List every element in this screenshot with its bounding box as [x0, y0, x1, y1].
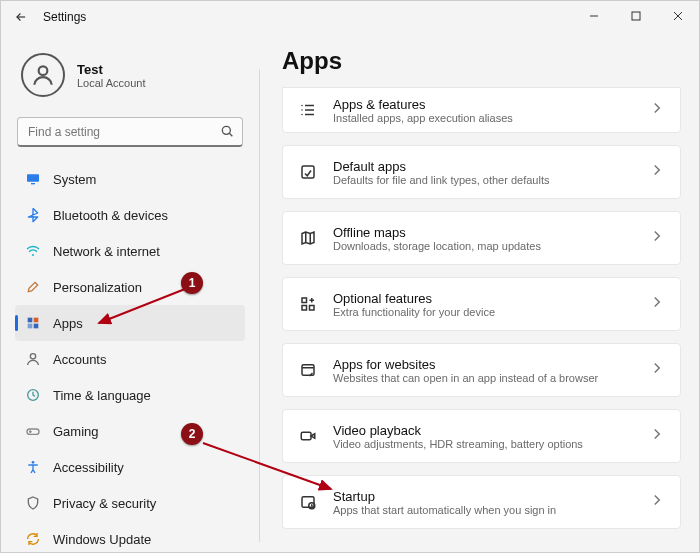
card-default-apps[interactable]: Default appsDefaults for file and link t… [282, 145, 681, 199]
chevron-right-icon [648, 491, 666, 513]
web-app-icon [297, 361, 319, 379]
svg-point-9 [32, 254, 34, 256]
display-icon [25, 170, 41, 188]
sidebar-item-apps[interactable]: Apps [15, 305, 245, 341]
card-title: Video playback [333, 423, 634, 438]
nav-list: SystemBluetooth & devicesNetwork & inter… [15, 161, 245, 552]
back-button[interactable] [9, 5, 33, 29]
card-subtitle: Websites that can open in an app instead… [333, 372, 634, 384]
svg-point-24 [301, 109, 303, 111]
apps-icon [25, 314, 41, 332]
map-icon [297, 229, 319, 247]
svg-point-5 [222, 126, 230, 134]
svg-line-6 [229, 133, 232, 136]
default-apps-icon [297, 163, 319, 181]
chevron-right-icon [648, 293, 666, 315]
svg-rect-13 [34, 324, 39, 329]
card-title: Apps for websites [333, 357, 634, 372]
sidebar-item-gaming[interactable]: Gaming [15, 413, 245, 449]
card-title: Offline maps [333, 225, 634, 240]
annotation-marker-1: 1 [181, 272, 203, 294]
sidebar-item-accounts[interactable]: Accounts [15, 341, 245, 377]
svg-point-19 [32, 461, 35, 464]
card-startup[interactable]: StartupApps that start automatically whe… [282, 475, 681, 529]
sidebar-item-accessibility[interactable]: Accessibility [15, 449, 245, 485]
cards-list: Apps & featuresInstalled apps, app execu… [282, 87, 681, 529]
svg-rect-26 [302, 166, 314, 178]
svg-point-23 [301, 105, 303, 107]
sidebar-item-label: Accounts [53, 352, 106, 367]
sidebar-item-label: Network & internet [53, 244, 160, 259]
gamepad-icon [25, 422, 41, 440]
sidebar-item-label: Gaming [53, 424, 99, 439]
chevron-right-icon [648, 227, 666, 249]
update-icon [25, 530, 41, 548]
chevron-right-icon [648, 99, 666, 121]
svg-rect-11 [34, 318, 39, 323]
search-input[interactable] [17, 117, 243, 147]
card-subtitle: Defaults for file and link types, other … [333, 174, 634, 186]
account-block[interactable]: Test Local Account [15, 41, 245, 111]
sidebar-item-time[interactable]: Time & language [15, 377, 245, 413]
video-icon [297, 427, 319, 445]
card-apps-for-websites[interactable]: Apps for websitesWebsites that can open … [282, 343, 681, 397]
person-icon [25, 350, 41, 368]
sidebar-item-update[interactable]: Windows Update [15, 521, 245, 552]
chevron-right-icon [648, 359, 666, 381]
card-subtitle: Extra functionality for your device [333, 306, 634, 318]
maximize-button[interactable] [615, 1, 657, 31]
sidebar-item-label: Time & language [53, 388, 151, 403]
sidebar-item-system[interactable]: System [15, 161, 245, 197]
shield-icon [25, 494, 41, 512]
sidebar-item-personalization[interactable]: Personalization [15, 269, 245, 305]
account-name: Test [77, 62, 146, 77]
sidebar: Test Local Account SystemBluetooth & dev… [1, 33, 259, 552]
close-button[interactable] [657, 1, 699, 31]
svg-rect-10 [28, 318, 33, 323]
globe-clock-icon [25, 386, 41, 404]
card-text: Default appsDefaults for file and link t… [333, 159, 634, 186]
svg-point-25 [301, 114, 303, 116]
annotation-marker-2: 2 [181, 423, 203, 445]
svg-rect-16 [27, 429, 39, 434]
settings-window: Settings Test Local Account [0, 0, 700, 553]
svg-rect-30 [302, 306, 307, 311]
card-text: Offline mapsDownloads, storage location,… [333, 225, 634, 252]
search-wrap [17, 117, 243, 147]
brush-icon [25, 278, 41, 296]
card-subtitle: Installed apps, app execution aliases [333, 112, 634, 124]
accessibility-icon [25, 458, 41, 476]
sidebar-item-label: Personalization [53, 280, 142, 295]
card-offline-maps[interactable]: Offline mapsDownloads, storage location,… [282, 211, 681, 265]
card-optional-features[interactable]: Optional featuresExtra functionality for… [282, 277, 681, 331]
sidebar-item-privacy[interactable]: Privacy & security [15, 485, 245, 521]
minimize-button[interactable] [573, 1, 615, 31]
card-text: StartupApps that start automatically whe… [333, 489, 634, 516]
page-title: Apps [282, 47, 681, 75]
svg-rect-12 [28, 324, 33, 329]
card-text: Optional featuresExtra functionality for… [333, 291, 634, 318]
card-apps-features[interactable]: Apps & featuresInstalled apps, app execu… [282, 87, 681, 133]
card-subtitle: Downloads, storage location, map updates [333, 240, 634, 252]
card-subtitle: Apps that start automatically when you s… [333, 504, 634, 516]
body: Test Local Account SystemBluetooth & dev… [1, 33, 699, 552]
svg-rect-36 [301, 432, 311, 440]
sidebar-item-network[interactable]: Network & internet [15, 233, 245, 269]
card-title: Apps & features [333, 97, 634, 112]
sidebar-item-bluetooth[interactable]: Bluetooth & devices [15, 197, 245, 233]
svg-point-4 [39, 66, 48, 75]
card-title: Optional features [333, 291, 634, 306]
account-type: Local Account [77, 77, 146, 89]
svg-rect-1 [632, 12, 640, 20]
sidebar-item-label: Apps [53, 316, 83, 331]
chevron-right-icon [648, 425, 666, 447]
sidebar-item-label: Windows Update [53, 532, 151, 547]
avatar-icon [21, 53, 65, 97]
sidebar-item-label: Accessibility [53, 460, 124, 475]
svg-point-14 [30, 354, 35, 359]
bluetooth-icon [25, 206, 41, 224]
list-icon [297, 101, 319, 119]
card-text: Apps & featuresInstalled apps, app execu… [333, 97, 634, 124]
card-title: Default apps [333, 159, 634, 174]
card-video-playback[interactable]: Video playbackVideo adjustments, HDR str… [282, 409, 681, 463]
